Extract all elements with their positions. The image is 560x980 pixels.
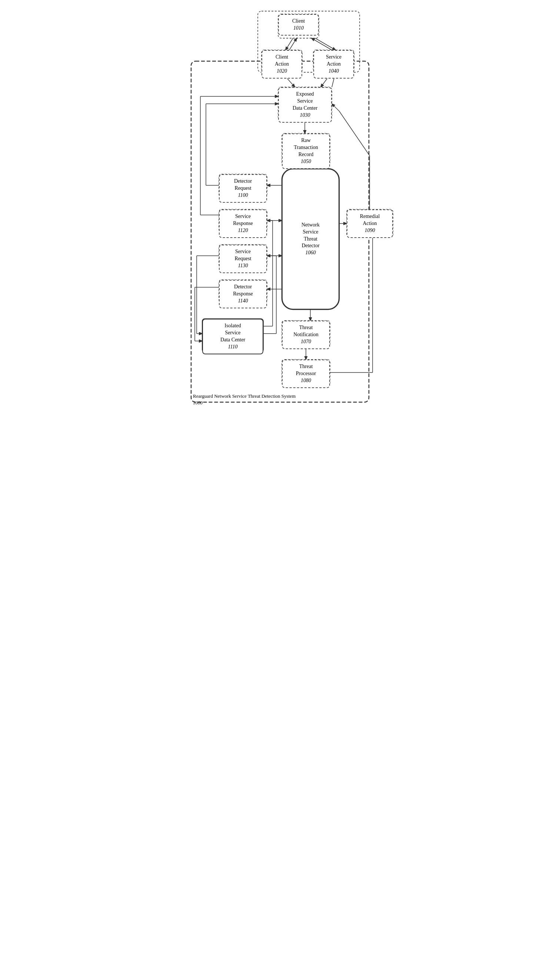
- threat-processor-id: 1080: [287, 377, 325, 385]
- service-request-node: ServiceRequest 1130: [219, 245, 267, 273]
- system-name-text: Rearguard Network Service Threat Detecti…: [193, 393, 295, 399]
- detector-response-label: DetectorResponse: [224, 284, 262, 298]
- service-response-node: ServiceResponse 1120: [219, 209, 267, 238]
- service-request-label: ServiceRequest: [224, 248, 262, 263]
- svg-line-29: [339, 111, 370, 156]
- system-id-text: 1000: [193, 400, 203, 405]
- client-node: Client 1010: [278, 14, 319, 35]
- threat-notification-node: ThreatNotification 1070: [282, 321, 330, 349]
- isolated-sdc-label: IsolatedServiceData Center: [207, 323, 258, 344]
- exposed-sdc-label: ExposedServiceData Center: [283, 91, 327, 112]
- svg-line-18: [315, 38, 335, 50]
- raw-transaction-id: 1050: [287, 158, 325, 165]
- isolated-sdc-node: IsolatedServiceData Center 1110: [202, 319, 263, 355]
- client-action-label: ClientAction: [267, 54, 297, 68]
- threat-processor-label: ThreatProcessor: [287, 363, 325, 377]
- client-action-id: 1020: [267, 68, 297, 75]
- exposed-sdc-node: ExposedServiceData Center 1030: [278, 87, 332, 123]
- remedial-action-id: 1090: [352, 227, 388, 234]
- remedial-action-label: RemedialAction: [352, 213, 388, 227]
- exposed-sdc-id: 1030: [283, 112, 327, 119]
- service-action-label: ServiceAction: [318, 54, 349, 68]
- detector-response-id: 1140: [224, 298, 262, 305]
- svg-line-17: [289, 38, 297, 50]
- diagram-wrapper: Client 1010 ClientAction 1020 ServiceAct…: [180, 7, 380, 415]
- service-request-id: 1130: [224, 263, 262, 269]
- svg-line-30: [332, 104, 339, 111]
- nstd-id: 1060: [305, 249, 316, 256]
- remedial-action-node: RemedialAction 1090: [347, 209, 393, 238]
- service-action-id: 1040: [318, 68, 349, 75]
- service-action-node: ServiceAction 1040: [313, 50, 354, 79]
- detector-response-node: DetectorResponse 1140: [219, 280, 267, 308]
- threat-notification-id: 1070: [287, 338, 325, 345]
- service-response-label: ServiceResponse: [224, 213, 262, 227]
- raw-transaction-node: RawTransactionRecord 1050: [282, 134, 330, 169]
- client-action-node: ClientAction 1020: [262, 50, 302, 79]
- detector-request-id: 1100: [224, 192, 262, 199]
- svg-line-16: [285, 38, 293, 50]
- client-id: 1010: [283, 25, 314, 32]
- svg-line-19: [312, 38, 332, 50]
- threat-notification-label: ThreatNotification: [287, 324, 325, 338]
- service-response-id: 1120: [224, 227, 262, 234]
- system-label: Rearguard Network Service Threat Detecti…: [193, 393, 295, 406]
- isolated-sdc-id: 1110: [207, 344, 258, 351]
- client-label: Client: [283, 18, 314, 25]
- nstd-node: NetworkServiceThreatDetector 1060: [282, 169, 339, 309]
- detector-request-node: DetectorRequest 1100: [219, 174, 267, 203]
- threat-processor-node: ThreatProcessor 1080: [282, 360, 330, 388]
- detector-request-label: DetectorRequest: [224, 178, 262, 192]
- raw-transaction-label: RawTransactionRecord: [287, 137, 325, 158]
- nstd-label: NetworkServiceThreatDetector: [302, 222, 320, 250]
- full-diagram: Client 1010 ClientAction 1020 ServiceAct…: [184, 7, 376, 415]
